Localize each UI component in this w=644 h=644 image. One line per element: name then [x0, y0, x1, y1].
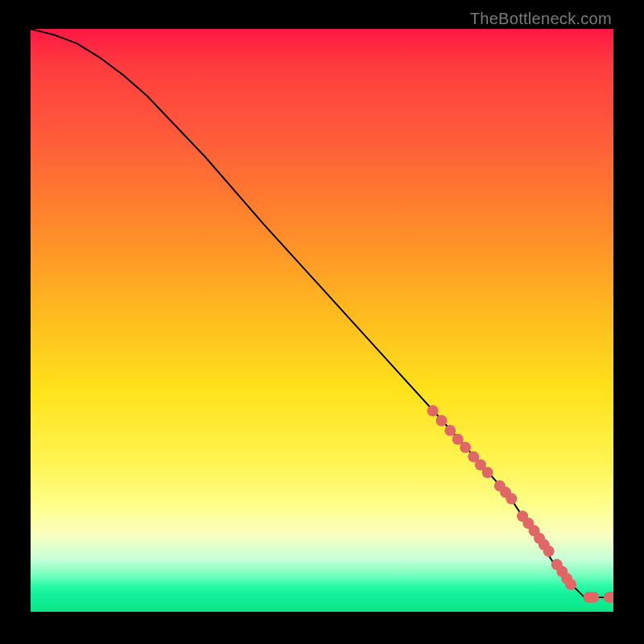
- data-point: [565, 579, 576, 590]
- attribution-watermark: TheBottleneck.com: [470, 10, 612, 28]
- data-point: [506, 493, 517, 505]
- data-point: [604, 592, 613, 603]
- data-point: [556, 566, 568, 577]
- data-point: [482, 467, 493, 478]
- data-point: [522, 518, 534, 529]
- data-point: [427, 405, 439, 416]
- data-point: [588, 592, 599, 603]
- plot-area: [31, 29, 613, 612]
- data-point: [539, 539, 550, 551]
- data-point: [444, 425, 456, 436]
- data-point: [561, 573, 572, 584]
- data-point: [551, 559, 563, 570]
- data-point: [460, 442, 471, 453]
- data-point: [534, 533, 545, 544]
- data-point: [517, 510, 528, 522]
- data-point: [468, 451, 479, 462]
- chart-container: TheBottleneck.com: [0, 0, 644, 644]
- data-point: [608, 592, 613, 603]
- data-point: [584, 592, 595, 603]
- data-point: [543, 546, 555, 557]
- data-point: [529, 525, 540, 536]
- data-point: [452, 434, 464, 445]
- data-point: [494, 481, 506, 492]
- data-point: [436, 415, 447, 427]
- data-point: [500, 487, 511, 498]
- data-point: [475, 460, 486, 471]
- bottleneck-curve: [31, 29, 613, 597]
- chart-svg: [31, 29, 613, 612]
